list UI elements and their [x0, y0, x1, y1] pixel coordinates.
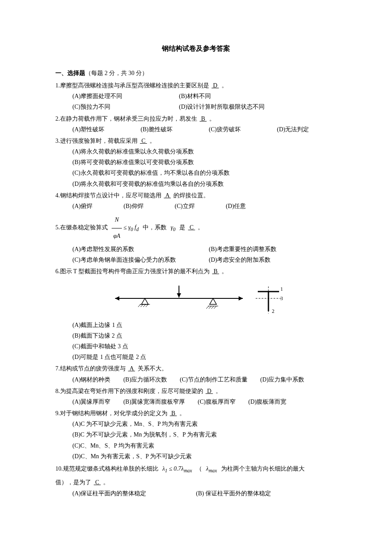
question-7: 7.结构或节点的疲劳强度与 A 关系不大。 [55, 363, 337, 374]
q5-stem-a: 5.在缀条稳定验算式 [55, 224, 108, 231]
section-1-rest: （每题 2 分，共 30 分） [85, 70, 148, 76]
svg-marker-4 [239, 296, 243, 301]
svg-line-10 [141, 304, 143, 307]
q10-lam1: λ1 ≤ 0.7λmax [162, 462, 192, 476]
q5-formula: N φA ≤ γ0 fd [112, 212, 139, 244]
beam-diagram-icon: 1 3 2 [107, 281, 285, 315]
q8-opt-a: (A)翼缘厚而窄 [72, 396, 110, 407]
q6-stem-b: 。 [222, 268, 228, 275]
q5-answer: C [185, 224, 197, 231]
q10-stem-a: 10.规范规定缀条式格构柱单肢的长细比 [55, 465, 159, 472]
q10-answer: C [91, 479, 103, 486]
q4-opt-c: (C)立焊 [175, 201, 213, 211]
q5-stem-mid: 中，系数 [143, 224, 167, 231]
q6-diagram: 1 3 2 [55, 281, 337, 315]
svg-marker-13 [210, 298, 216, 304]
q8-answer: D [203, 388, 216, 394]
q4-options: (A)俯焊 (B)仰焊 (C)立焊 (D)任意 [55, 201, 337, 211]
q10-paren: （ [196, 465, 202, 472]
question-1: 1.摩擦型高强螺栓连接与承压型高强螺栓连接的主要区别是 D 。 [55, 80, 337, 91]
svg-line-16 [209, 306, 211, 309]
q2-stem-a: 2.在静力荷载作用下，钢材承受三向拉应力时，易发生 [55, 116, 197, 122]
q3-options: (A)将永久荷载的标准值乘以永久荷载分项系数 (B)将可变荷载的标准值乘以可变荷… [55, 146, 337, 189]
q2-stem-b: 。 [209, 116, 215, 122]
q9-stem-a: 9.对于钢结构用钢材，对化学成分的定义为 [55, 410, 167, 416]
q1-stem-a: 1.摩擦型高强螺栓连接与承压型高强螺栓连接的主要区别是 [55, 82, 209, 89]
q5-fd: f [133, 224, 136, 231]
q3-opt-d: (D)将永久荷载和可变荷载的标准值均乘以各自的分项系数 [72, 179, 337, 189]
svg-line-11 [143, 304, 146, 307]
q8-opt-c: (C)腹板厚而窄 [198, 396, 236, 407]
q3-answer: C [138, 138, 150, 144]
q1-opt-d: (D)设计计算时所取极限状态不同 [179, 101, 265, 112]
q4-opt-a: (A)俯焊 [72, 201, 111, 211]
section-1-bold: 一、选择题 [55, 70, 85, 76]
q2-opt-d: (D)无法判定 [277, 124, 309, 135]
q6-opt-d: (D)可能是 1 点也可能是 2 点 [72, 352, 337, 362]
q2-answer: B [197, 116, 209, 122]
q10-stem-line2: 值），是为了 [55, 479, 91, 486]
q5-dsub: d [136, 227, 139, 232]
q1-opt-c: (C)预拉力不同 [72, 101, 166, 112]
q1-opt-b: (B)材料不同 [179, 91, 211, 101]
q3-opt-c: (C)永久荷载和可变荷载的标准值，均不乘以各自的分项系数 [72, 168, 337, 178]
svg-text:1: 1 [280, 286, 283, 292]
q9-opt-b: (B)C 为不可缺少元素，Mn 为脱氧剂，S、P 为有害元素 [72, 429, 337, 440]
q7-opt-b: (B)应力循环次数 [123, 374, 167, 385]
q9-opt-c: (C)C、Mn、S、P 均为有害元素 [72, 440, 337, 451]
q7-options: (A)钢材的种类 (B)应力循环次数 (C)节点的制作工艺和质量 (D)应力集中… [55, 374, 337, 385]
q3-opt-a: (A)将永久荷载的标准值乘以永久荷载分项系数 [72, 146, 337, 157]
question-8: 8.为提高梁在弯矩作用下的强度和刚度，应尽可能使梁的 D 。 [55, 386, 337, 396]
q5-opt-a: (A)考虑塑性发展的系数 [72, 244, 196, 254]
q1-opt-a: (A)摩擦面处理不同 [72, 91, 166, 101]
question-2: 2.在静力荷载作用下，钢材承受三向拉应力时，易发生 B 。 [55, 113, 337, 124]
q5-num: N [112, 212, 122, 228]
q7-stem-b: 关系不大。 [138, 365, 167, 372]
svg-line-18 [214, 306, 216, 309]
svg-line-9 [138, 304, 141, 307]
q5-stem-end: 是 [179, 224, 185, 231]
q9-answer: B [167, 410, 179, 416]
q9-opt-d: (D)C、Mn 为有害元素，S、P 为不可缺少元素 [72, 451, 337, 462]
q4-stem-b: 的焊接位置。 [173, 192, 209, 199]
q4-opt-b: (B)仰焊 [124, 201, 162, 211]
q10-lammax2: λmax [206, 462, 217, 476]
q5-opt-b: (B)考虑重要性的调整系数 [209, 244, 277, 254]
q7-opt-d: (D)应力集中系数 [260, 374, 304, 385]
q3-stem-a: 3.进行强度验算时，荷载应采用 [55, 138, 138, 144]
q2-opt-b: (B)脆性破坏 [141, 124, 196, 135]
q9-opt-a: (A)C 为不可缺少元素，Mn、S、P 均为有害元素 [72, 419, 337, 429]
question-9: 9.对于钢结构用钢材，对化学成分的定义为 B 。 [55, 408, 337, 419]
q4-answer: A [161, 192, 173, 199]
q8-stem-a: 8.为提高梁在弯矩作用下的强度和刚度，应尽可能使梁的 [55, 388, 203, 394]
q1-options: (A)摩擦面处理不同 (B)材料不同 (C)预拉力不同 (D)设计计算时所取极限… [55, 91, 337, 112]
svg-text:2: 2 [272, 308, 274, 314]
q5-den: φA [112, 228, 122, 244]
q8-stem-b: 。 [216, 388, 222, 394]
svg-line-12 [146, 304, 148, 307]
q5-gamma: γ0 [171, 220, 176, 236]
q10-stem-b: 。 [103, 479, 109, 486]
q5-stem-b: 。 [198, 224, 204, 231]
question-3: 3.进行强度验算时，荷载应采用 C 。 [55, 136, 337, 146]
q6-stem-a: 6.图示 T 型截面拉弯构件弯曲正应力强度计算的最不利点为 [55, 268, 210, 275]
question-10: 10.规范规定缀条式格构柱单肢的长细比 λ1 ≤ 0.7λmax （ λmax … [55, 462, 337, 476]
q6-opt-c: (C)截面中和轴处 3 点 [72, 341, 337, 352]
svg-marker-6 [177, 293, 181, 298]
q3-stem-b: 。 [150, 138, 156, 144]
q1-stem-b: 。 [222, 82, 228, 89]
svg-text:3: 3 [280, 295, 283, 301]
page-title: 钢结构试卷及参考答案 [55, 43, 337, 55]
q8-options: (A)翼缘厚而窄 (B)翼缘宽薄而腹板窄厚 (C)腹板厚而窄 (D)腹板薄而宽 [55, 396, 337, 407]
q10-opt-b: (B) 保证柱平面外的整体稳定 [196, 488, 271, 499]
q6-answer: B [210, 268, 222, 275]
q5-rel: ≤ γ [124, 224, 131, 231]
q7-opt-a: (A)钢材的种类 [72, 374, 110, 385]
question-10-line2: 值），是为了 C 。 [55, 477, 337, 488]
svg-line-15 [206, 306, 209, 309]
q10-stem-mid: 为柱两个主轴方向长细比的最大 [221, 465, 305, 472]
q5-opt-c: (C)考虑单角钢单面连接偏心受力的系数 [72, 254, 196, 265]
q5-opt-d: (D)考虑安全的附加系数 [209, 254, 271, 265]
q2-options: (A)塑性破坏 (B)脆性破坏 (C)疲劳破坏 (D)无法判定 [55, 124, 337, 135]
q2-opt-a: (A)塑性破坏 [72, 124, 128, 135]
